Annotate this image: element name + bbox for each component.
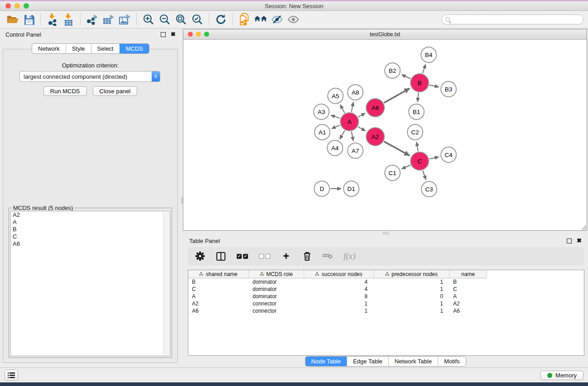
mcds-result-item[interactable]: A6 bbox=[11, 240, 170, 248]
table-row[interactable]: Cdominator41C bbox=[188, 286, 584, 293]
window-resize-grip[interactable] bbox=[580, 224, 587, 230]
panel-splitter-horizontal[interactable] bbox=[383, 232, 389, 234]
column-header-shared-name[interactable]: shared name bbox=[188, 270, 249, 278]
zoom-in-button[interactable] bbox=[140, 13, 157, 26]
table-row[interactable]: A6connector11A6 bbox=[188, 307, 584, 315]
graph-edge-B-B1[interactable] bbox=[417, 93, 418, 102]
graph-edge-A2-C[interactable] bbox=[384, 142, 410, 156]
table-row[interactable]: Bdominator41B bbox=[188, 278, 584, 286]
select-all-columns-button[interactable]: ✓✓ bbox=[237, 250, 248, 262]
memory-button[interactable]: Memory bbox=[540, 371, 583, 380]
tab-select[interactable]: Select bbox=[91, 44, 120, 53]
graph-edge-A-A5[interactable] bbox=[340, 105, 345, 113]
result-list-scrollbar[interactable] bbox=[163, 212, 169, 355]
column-header-name[interactable]: name bbox=[449, 270, 487, 278]
mcds-result-item[interactable]: B bbox=[11, 226, 170, 233]
graph-edge-B-B4[interactable] bbox=[423, 64, 425, 73]
column-header-predecessor-nodes[interactable]: predecessor nodes bbox=[374, 270, 449, 278]
save-session-button[interactable] bbox=[21, 13, 37, 26]
graph-edge-A-A1[interactable] bbox=[332, 125, 340, 129]
mcds-result-item[interactable]: A bbox=[11, 219, 170, 226]
tab-motifs[interactable]: Motifs bbox=[438, 357, 466, 366]
hide-selected-button[interactable] bbox=[269, 13, 285, 26]
table-row[interactable]: Adominator80A bbox=[188, 293, 584, 300]
close-network-button[interactable] bbox=[188, 32, 193, 37]
tab-network[interactable]: Network bbox=[32, 44, 66, 53]
open-session-button[interactable] bbox=[5, 13, 21, 26]
graph-edge-A-A3[interactable] bbox=[331, 115, 340, 118]
graph-edge-A-A4[interactable] bbox=[340, 130, 345, 139]
export-table-button[interactable] bbox=[100, 13, 117, 26]
close-panel-icon[interactable]: ✖ bbox=[171, 32, 176, 37]
zoom-out-button[interactable] bbox=[157, 13, 173, 26]
float-panel-icon[interactable] bbox=[161, 32, 166, 37]
first-neighbors-button[interactable] bbox=[253, 13, 269, 26]
graph-edge-B-B2[interactable] bbox=[402, 75, 411, 79]
graph-node-label: C1 bbox=[388, 170, 396, 176]
table-panel-header: Table Panel ✖ bbox=[183, 235, 588, 246]
export-image-button[interactable] bbox=[117, 13, 133, 26]
show-all-button[interactable] bbox=[285, 13, 301, 26]
maximize-window-button[interactable] bbox=[24, 3, 29, 9]
delete-column-button[interactable] bbox=[302, 250, 312, 262]
export-network-button[interactable] bbox=[84, 13, 100, 26]
export-table-icon bbox=[102, 14, 115, 26]
import-network-button[interactable] bbox=[44, 13, 61, 26]
zoom-selected-button[interactable] bbox=[189, 13, 206, 26]
create-column-button[interactable]: + bbox=[281, 250, 291, 262]
graph-edge-C-C1[interactable] bbox=[402, 165, 411, 169]
maximize-network-button[interactable] bbox=[204, 32, 209, 37]
graph-edge-B-B3[interactable] bbox=[429, 85, 439, 87]
close-table-panel-icon[interactable]: ✖ bbox=[577, 238, 582, 243]
optimization-criterion-dropdown[interactable]: largest connected component (directed) ▲… bbox=[19, 71, 160, 82]
function-builder-button[interactable]: f(x) bbox=[344, 250, 355, 262]
refresh-icon bbox=[215, 14, 226, 25]
graph-node-label: A bbox=[347, 119, 351, 125]
tab-edge-table[interactable]: Edge Table bbox=[347, 357, 388, 366]
tab-node-table[interactable]: Node Table bbox=[305, 357, 347, 366]
graph-edge-C-C3[interactable] bbox=[423, 171, 426, 180]
delete-table-button[interactable] bbox=[323, 250, 333, 262]
table-row[interactable]: A2connector11A2 bbox=[188, 300, 584, 307]
table-body: Bdominator41BCdominator41CAdominator80AA… bbox=[188, 278, 584, 315]
float-table-panel-icon[interactable] bbox=[567, 238, 572, 243]
show-column-panel-button[interactable] bbox=[216, 250, 226, 262]
houses-icon bbox=[254, 14, 267, 24]
graph-edge-A6-B[interactable] bbox=[384, 88, 410, 103]
close-panel-button[interactable]: Close panel bbox=[93, 86, 138, 96]
minimize-network-button[interactable] bbox=[196, 32, 201, 37]
graph-node-label: A2 bbox=[372, 133, 379, 140]
search-input[interactable] bbox=[453, 16, 579, 23]
network-canvas[interactable]: B4B2BB3A8A5A6A3B1AA1C2A2A4A7C4CC1C3DD1 bbox=[183, 40, 587, 230]
new-network-from-selection-button[interactable] bbox=[236, 13, 253, 26]
graph-node-label: C2 bbox=[411, 129, 419, 136]
graph-edge-C-C2[interactable] bbox=[416, 142, 418, 152]
unselect-all-columns-button[interactable] bbox=[259, 250, 270, 262]
mcds-result-item[interactable]: A2 bbox=[11, 211, 170, 219]
column-header-successor-nodes[interactable]: successor nodes bbox=[304, 270, 374, 278]
close-window-button[interactable] bbox=[5, 3, 11, 9]
graph-edge-A-A7[interactable] bbox=[351, 132, 353, 141]
graph-edge-A-A2[interactable] bbox=[358, 127, 365, 131]
tab-network-table[interactable]: Network Table bbox=[388, 357, 438, 366]
refresh-button[interactable] bbox=[213, 13, 229, 26]
show-task-history-button[interactable] bbox=[5, 370, 18, 381]
import-table-button[interactable] bbox=[61, 13, 77, 26]
table-cell: connector bbox=[249, 300, 304, 307]
zoom-fit-button[interactable] bbox=[173, 13, 189, 26]
network-view-window: testGlobe.txt B4B2BB3A8A5A6A3B1AA1C2A2A4… bbox=[183, 29, 587, 231]
tab-mcds[interactable]: MCDS bbox=[120, 44, 149, 53]
search-field[interactable] bbox=[441, 14, 583, 24]
graph-edge-A-A8[interactable] bbox=[351, 102, 353, 112]
graph-node-label: B4 bbox=[425, 52, 433, 58]
tab-style[interactable]: Style bbox=[66, 44, 91, 53]
minimize-window-button[interactable] bbox=[14, 3, 20, 9]
table-settings-button[interactable] bbox=[195, 250, 205, 262]
column-header-mcds-role[interactable]: MCDS role bbox=[249, 270, 304, 278]
graph-edge-C-C4[interactable] bbox=[429, 157, 439, 159]
table-cell: 4 bbox=[304, 279, 374, 285]
app-title: Session: New Session bbox=[265, 3, 323, 10]
graph-edge-A-A6[interactable] bbox=[358, 113, 365, 117]
mcds-result-item[interactable]: C bbox=[11, 233, 170, 240]
run-mcds-button[interactable]: Run MCDS bbox=[43, 86, 87, 96]
